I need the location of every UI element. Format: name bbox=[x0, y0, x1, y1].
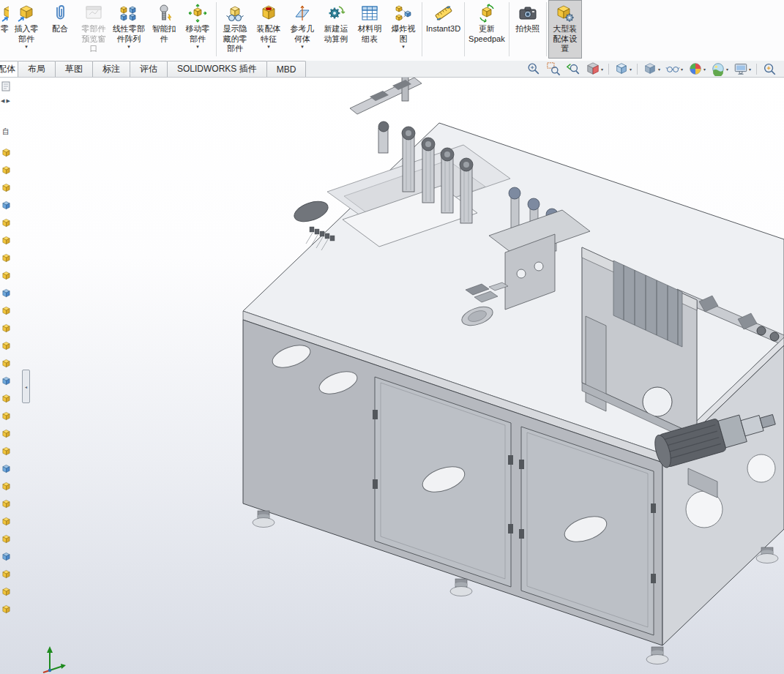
zoom-to-area-icon bbox=[546, 61, 561, 76]
component-cube-icon[interactable] bbox=[1, 517, 11, 526]
headsup-view-orientation-button[interactable]: ▾ bbox=[614, 61, 632, 76]
component-cube-icon[interactable] bbox=[1, 148, 11, 157]
component-cube-icon[interactable] bbox=[1, 253, 11, 263]
smart-fasteners-icon bbox=[154, 4, 173, 23]
tab-assembly[interactable]: 装配体 bbox=[0, 61, 18, 77]
ribbon-button-new-motion-study[interactable]: 新建运 动算例 bbox=[319, 0, 353, 59]
ribbon-button-component-preview-window: 零部件 预览窗 口 bbox=[77, 0, 111, 59]
component-cube-icon[interactable] bbox=[1, 271, 11, 280]
component-cube-icon[interactable] bbox=[1, 288, 11, 298]
ribbon-button-clipped-left[interactable]: 零 bbox=[0, 0, 10, 59]
tab-mbd[interactable]: MBD bbox=[266, 61, 307, 77]
headsup-magnifying-glass-button[interactable] bbox=[762, 61, 777, 76]
ribbon-button-label: 线性零部 件阵列 bbox=[113, 24, 145, 44]
dropdown-arrow-icon[interactable]: ▾ bbox=[658, 67, 660, 72]
dropdown-arrow-icon[interactable]: ▼ bbox=[24, 45, 29, 49]
ribbon-group-separator bbox=[216, 2, 217, 56]
dropdown-arrow-icon[interactable]: ▾ bbox=[726, 67, 728, 72]
tree-back-arrow-icon[interactable]: ◀ bbox=[1, 97, 4, 104]
ribbon-button-bill-of-materials[interactable]: 材料明 细表 bbox=[353, 0, 387, 59]
hide-show-items-icon bbox=[665, 61, 680, 76]
component-cube-icon[interactable] bbox=[1, 429, 11, 438]
component-cube-icon[interactable] bbox=[1, 552, 11, 561]
ribbon-button-reference-geometry[interactable]: 参考几 何体▼ bbox=[285, 0, 319, 59]
component-cube-icon[interactable] bbox=[1, 394, 11, 403]
tab-label: MBD bbox=[277, 64, 296, 75]
ribbon-button-show-hidden-components[interactable]: 显示隐 藏的零 部件 bbox=[218, 0, 252, 59]
ribbon-button-take-snapshot[interactable]: 拍快照 bbox=[511, 0, 545, 59]
component-cube-icon[interactable] bbox=[1, 306, 11, 315]
tab-evaluate[interactable]: 评估 bbox=[130, 61, 168, 77]
ribbon-button-large-assembly-settings[interactable]: 大型装 配体设 置 bbox=[548, 0, 582, 59]
dropdown-arrow-icon[interactable]: ▼ bbox=[266, 45, 271, 49]
ribbon-button-move-component[interactable]: 移动零 部件▼ bbox=[181, 0, 214, 59]
ribbon-button-insert-component[interactable]: 插入零 部件▼ bbox=[10, 0, 43, 59]
ribbon-button-label: 移动零 部件 bbox=[186, 24, 210, 44]
dropdown-arrow-icon[interactable]: ▼ bbox=[300, 45, 305, 49]
ribbon-button-linear-component-pattern[interactable]: 线性零部 件阵列▼ bbox=[111, 0, 147, 59]
component-cube-icon[interactable] bbox=[1, 183, 11, 192]
headsup-separator bbox=[637, 64, 638, 75]
component-cube-icon[interactable] bbox=[1, 341, 11, 351]
headsup-view-settings-button[interactable]: ▾ bbox=[733, 61, 751, 76]
dropdown-arrow-icon[interactable]: ▾ bbox=[749, 67, 751, 72]
dropdown-arrow-icon[interactable]: ▼ bbox=[401, 45, 406, 49]
dropdown-arrow-icon[interactable]: ▾ bbox=[601, 67, 603, 72]
section-view-icon bbox=[586, 61, 600, 76]
headsup-hide-show-items-button[interactable]: ▾ bbox=[665, 61, 683, 76]
display-style-icon bbox=[643, 61, 657, 76]
ribbon-button-update-speedpak[interactable]: 更新 Speedpak bbox=[466, 0, 507, 59]
panel-splitter-handle[interactable]: ◂ bbox=[22, 370, 30, 403]
tab-layout[interactable]: 布局 bbox=[18, 61, 56, 77]
component-cube-icon[interactable] bbox=[1, 359, 11, 368]
headsup-apply-scene-button[interactable]: ▾ bbox=[711, 61, 728, 76]
component-cube-icon[interactable] bbox=[1, 411, 11, 421]
ribbon-button-label: Instant3D bbox=[426, 24, 460, 34]
ribbon-button-label: 装配体 特征 bbox=[257, 24, 281, 44]
dropdown-arrow-icon[interactable]: ▾ bbox=[630, 67, 632, 72]
mate-icon bbox=[51, 4, 70, 23]
tree-sheet-icon[interactable] bbox=[1, 81, 10, 94]
ribbon-group-separator bbox=[546, 2, 547, 56]
headsup-edit-appearance-button[interactable]: ▾ bbox=[688, 61, 706, 76]
component-cube-icon[interactable] bbox=[1, 446, 11, 456]
ribbon-button-label: 更新 Speedpak bbox=[468, 24, 505, 44]
headsup-zoom-to-area-button[interactable] bbox=[546, 61, 561, 76]
component-cube-icon[interactable] bbox=[1, 201, 11, 210]
dropdown-arrow-icon[interactable]: ▾ bbox=[703, 67, 706, 72]
headsup-section-view-button[interactable]: ▾ bbox=[586, 61, 603, 76]
component-cube-icon[interactable] bbox=[1, 464, 11, 473]
assembly-3d-model[interactable] bbox=[0, 0, 784, 674]
ribbon-button-mate[interactable]: 配合 bbox=[43, 0, 77, 59]
component-cube-icon[interactable] bbox=[1, 165, 11, 175]
ribbon-button-smart-fasteners[interactable]: 智能扣 件 bbox=[147, 0, 181, 59]
ribbon-button-label: 显示隐 藏的零 部件 bbox=[223, 24, 247, 54]
dropdown-arrow-icon[interactable]: ▼ bbox=[127, 45, 131, 49]
tab-solidworks-addins[interactable]: SOLIDWORKS 插件 bbox=[167, 61, 267, 77]
ribbon-button-label: 大型装 配体设 置 bbox=[553, 24, 577, 54]
headsup-previous-view-button[interactable] bbox=[566, 61, 580, 76]
component-cube-icon[interactable] bbox=[1, 587, 11, 596]
ribbon-button-label: 材料明 细表 bbox=[358, 24, 382, 44]
tree-vertical-label: 自 bbox=[2, 127, 10, 137]
headsup-zoom-to-fit-button[interactable] bbox=[526, 61, 541, 76]
component-cube-icon[interactable] bbox=[1, 534, 11, 544]
tree-forward-arrow-icon[interactable]: ▶ bbox=[6, 97, 10, 104]
component-cube-icon[interactable] bbox=[1, 482, 11, 491]
headsup-display-style-button[interactable]: ▾ bbox=[643, 61, 660, 76]
ribbon-button-exploded-view[interactable]: 爆炸视 图▼ bbox=[387, 0, 420, 59]
component-cube-icon[interactable] bbox=[1, 218, 11, 228]
dropdown-arrow-icon[interactable]: ▾ bbox=[681, 67, 683, 72]
ribbon-button-instant3d[interactable]: Instant3D bbox=[424, 0, 463, 59]
component-cube-icon[interactable] bbox=[1, 236, 11, 245]
ribbon-button-assembly-features[interactable]: 装配体 特征▼ bbox=[252, 0, 285, 59]
headsup-separator bbox=[756, 64, 757, 75]
component-cube-icon[interactable] bbox=[1, 569, 11, 579]
dropdown-arrow-icon[interactable]: ▼ bbox=[195, 45, 200, 49]
tab-sketch[interactable]: 草图 bbox=[55, 61, 93, 77]
component-cube-icon[interactable] bbox=[1, 499, 11, 509]
tab-annotation[interactable]: 标注 bbox=[92, 61, 130, 77]
component-cube-icon[interactable] bbox=[1, 604, 11, 614]
component-cube-icon[interactable] bbox=[1, 323, 11, 333]
component-cube-icon[interactable] bbox=[1, 376, 11, 386]
